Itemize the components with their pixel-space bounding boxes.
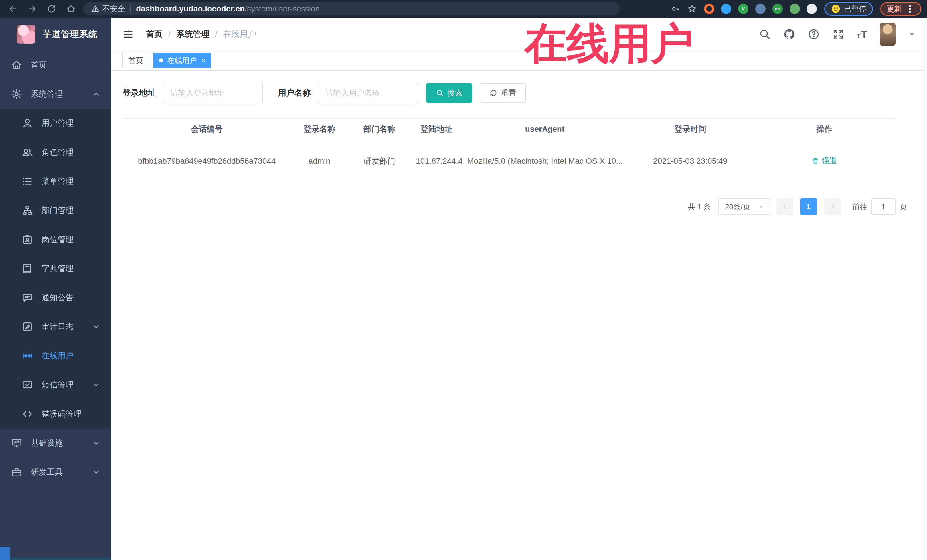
sidebar-item-label: 审计日志 [42,321,74,332]
tab-首页[interactable]: 首页 [122,53,149,68]
sidebar-item-菜单管理[interactable]: 菜单管理 [0,167,111,196]
menu-list-icon [22,176,33,187]
select-caret-down-icon [758,203,764,210]
sidebar-item-短信管理[interactable]: 短信管理 [0,370,111,399]
chevron-down-icon [92,439,100,448]
update-label: 更新 [887,4,902,14]
sidebar-item-label: 首页 [31,59,47,70]
home-icon[interactable] [66,4,76,14]
forward-icon[interactable] [27,4,37,14]
goto-page-input[interactable] [871,199,896,215]
back-icon[interactable] [8,4,18,14]
next-page-button[interactable] [824,199,841,215]
app-logo-row[interactable]: 芋道管理系统 [0,18,111,50]
sidebar-item-系统管理[interactable]: 系统管理 [0,80,111,109]
bookmark-star-icon[interactable] [687,4,696,14]
page-size-select[interactable]: 20条/页 [718,199,771,215]
login-address-input[interactable] [163,83,263,103]
sidebar-item-在线用户[interactable]: 在线用户 [0,341,111,370]
extension-blue-person-icon[interactable] [755,4,766,14]
username-label: 用户名称 [278,87,311,99]
sidebar-item-部门管理[interactable]: 部门管理 [0,196,111,225]
menu-users-icon [22,147,33,158]
prev-page-button[interactable] [777,199,793,215]
chevron-right-icon [829,203,836,210]
sidebar-item-字典管理[interactable]: 字典管理 [0,254,111,283]
sidebar-item-label: 错误码管理 [42,408,82,419]
app-title: 芋道管理系统 [43,28,97,40]
chevron-down-icon [92,322,100,331]
table-header: 会话编号登录名称部门名称登陆地址userAgent登录时间操作 [123,118,896,140]
avatar-caret-down-icon[interactable] [908,30,916,38]
extension-green-search-icon[interactable] [790,4,800,14]
search-button[interactable]: 搜索 [426,83,473,103]
paused-extension-pill[interactable]: 已暂停 [824,2,873,16]
sidebar-item-通知公告[interactable]: 通知公告 [0,283,111,312]
page-scrollbar[interactable] [924,18,927,560]
password-key-icon[interactable] [671,4,680,14]
trash-icon [812,157,819,164]
url-bar[interactable]: 不安全 dashboard.yudao.iocoder.cn /system/u… [83,2,620,15]
fullscreen-icon[interactable] [832,28,844,40]
tab-在线用户[interactable]: 在线用户× [153,53,211,68]
menu-home-icon [11,59,22,71]
force-logout-button[interactable]: 强退 [812,156,837,166]
sidebar: 芋道管理系统 首页系统管理用户管理角色管理菜单管理部门管理岗位管理字典管理通知公… [0,18,111,560]
column-header-部门名称: 部门名称 [348,118,411,140]
sidebar-item-label: 菜单管理 [42,176,74,187]
tab-label: 在线用户 [167,56,197,65]
menu-user-icon [22,117,33,129]
sidebar-item-岗位管理[interactable]: 岗位管理 [0,225,111,254]
cell-user-agent: Mozilla/5.0 (Macintosh; Intel Mac OS X 1… [462,140,628,182]
browser-extensions-area: Ven 已暂停 更新 ⋮ [671,2,927,16]
active-tab-dot [159,58,163,62]
browser-menu-kebab-icon[interactable]: ⋮ [905,4,915,14]
font-size-icon[interactable]: TT [857,29,867,39]
extension-blue-drop-icon[interactable] [721,4,731,14]
header-search-icon[interactable] [759,28,771,40]
help-doc-icon[interactable] [808,28,820,40]
sidebar-toggle-hamburger-icon[interactable] [122,28,134,40]
sidebar-item-label: 部门管理 [42,205,74,216]
update-button[interactable]: 更新 ⋮ [880,2,921,16]
username-input[interactable] [318,83,418,103]
main-area: 首页/系统管理/在线用户 TT 首页在线用户× 登录地址 用户名称 [111,18,927,560]
menu-log-icon [22,321,33,332]
column-header-userAgent: userAgent [462,118,628,140]
extension-white-star-icon[interactable] [807,4,817,14]
breadcrumb-item-系统管理[interactable]: 系统管理 [176,29,209,40]
sidebar-item-用户管理[interactable]: 用户管理 [0,109,111,138]
menu-infra-icon [11,437,22,449]
page-unit-label: 页 [900,202,907,212]
sidebar-item-基础设施[interactable]: 基础设施 [0,428,111,458]
sidebar-item-审计日志[interactable]: 审计日志 [0,312,111,341]
user-avatar[interactable] [880,23,896,46]
security-label: 不安全 [102,4,125,14]
page-number-active[interactable]: 1 [800,199,817,215]
sidebar-item-label: 研发工具 [31,467,63,478]
sidebar-item-错误码管理[interactable]: 错误码管理 [0,399,111,428]
breadcrumb-item-首页[interactable]: 首页 [146,29,163,40]
chevron-down-icon [92,381,100,389]
tab-close-icon[interactable]: × [201,56,205,64]
sidebar-item-首页[interactable]: 首页 [0,50,111,80]
sidebar-item-研发工具[interactable]: 研发工具 [0,458,111,487]
url-host: dashboard.yudao.iocoder.cn [136,4,245,14]
sidebar-menu: 首页系统管理用户管理角色管理菜单管理部门管理岗位管理字典管理通知公告审计日志在线… [0,50,111,487]
column-header-会话编号: 会话编号 [123,118,291,140]
sidebar-item-角色管理[interactable]: 角色管理 [0,138,111,167]
extension-translate-en-icon[interactable]: en [772,4,783,14]
sidebar-item-label: 在线用户 [42,351,74,361]
extension-icons: Ven [704,4,817,14]
breadcrumb-separator: / [168,30,170,39]
column-header-操作: 操作 [753,118,896,140]
github-icon[interactable] [783,28,795,40]
reload-icon[interactable] [47,4,56,14]
extension-green-v-icon[interactable]: V [738,4,748,14]
extension-orange-ring-icon[interactable] [704,4,714,14]
tab-label: 首页 [128,56,143,65]
menu-sms-icon [22,379,33,391]
browser-nav-icons [0,4,76,14]
reset-button[interactable]: 重置 [480,83,526,103]
column-header-登录时间: 登录时间 [628,118,753,140]
